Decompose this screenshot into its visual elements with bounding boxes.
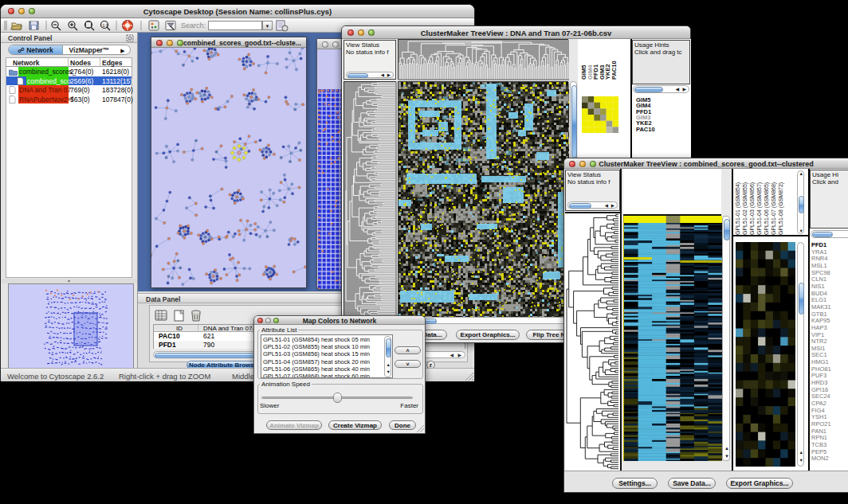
- svg-text:Search:: Search:: [181, 21, 206, 29]
- svg-text:1:1: 1:1: [103, 23, 108, 28]
